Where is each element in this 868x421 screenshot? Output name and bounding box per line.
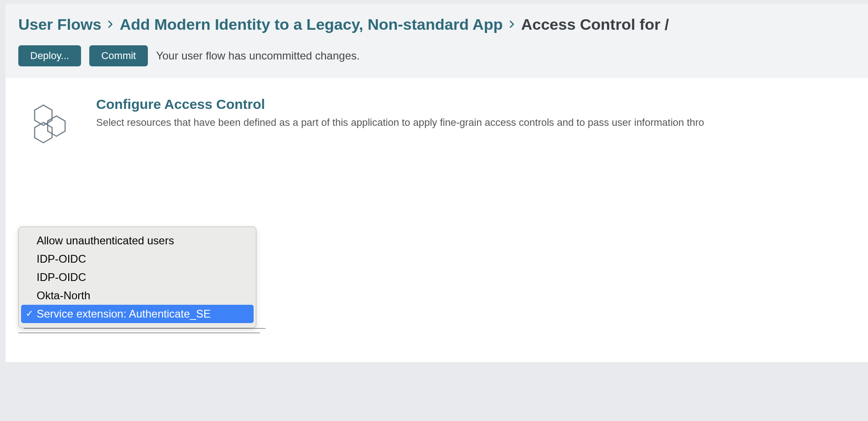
dropdown-option[interactable]: Service extension: Authenticate_SE bbox=[21, 305, 254, 323]
authentication-dropdown[interactable]: Allow unauthenticated usersIDP-OIDCIDP-O… bbox=[18, 227, 256, 328]
page-root: User Flows Add Modern Identity to a Lega… bbox=[0, 0, 868, 362]
breadcrumb: User Flows Add Modern Identity to a Lega… bbox=[18, 15, 855, 34]
action-row: Deploy... Commit Your user flow has unco… bbox=[18, 45, 855, 66]
breadcrumb-current: Access Control for / bbox=[521, 15, 669, 34]
section-text: Configure Access Control Select resource… bbox=[96, 97, 704, 129]
section-header: Configure Access Control Select resource… bbox=[18, 97, 855, 151]
section-description: Select resources that have been defined … bbox=[96, 117, 704, 129]
deploy-button[interactable]: Deploy... bbox=[18, 45, 81, 66]
uncommitted-status: Your user flow has uncommitted changes. bbox=[156, 49, 360, 62]
header-band: User Flows Add Modern Identity to a Lega… bbox=[5, 4, 868, 78]
breadcrumb-mid-link[interactable]: Add Modern Identity to a Legacy, Non-sta… bbox=[119, 15, 503, 34]
dropdown-option[interactable]: IDP-OIDC bbox=[21, 250, 254, 268]
dropdown-option[interactable]: IDP-OIDC bbox=[21, 268, 254, 286]
chevron-right-icon bbox=[507, 18, 516, 30]
chevron-right-icon bbox=[106, 18, 115, 30]
content-area: Configure Access Control Select resource… bbox=[5, 78, 868, 362]
dropdown-option[interactable]: Allow unauthenticated users bbox=[21, 232, 254, 250]
breadcrumb-root-link[interactable]: User Flows bbox=[18, 15, 101, 34]
commit-button[interactable]: Commit bbox=[89, 45, 148, 66]
hexagon-cluster-icon bbox=[18, 97, 82, 151]
dropdown-option[interactable]: Okta-North bbox=[21, 286, 254, 305]
section-title: Configure Access Control bbox=[96, 97, 704, 112]
